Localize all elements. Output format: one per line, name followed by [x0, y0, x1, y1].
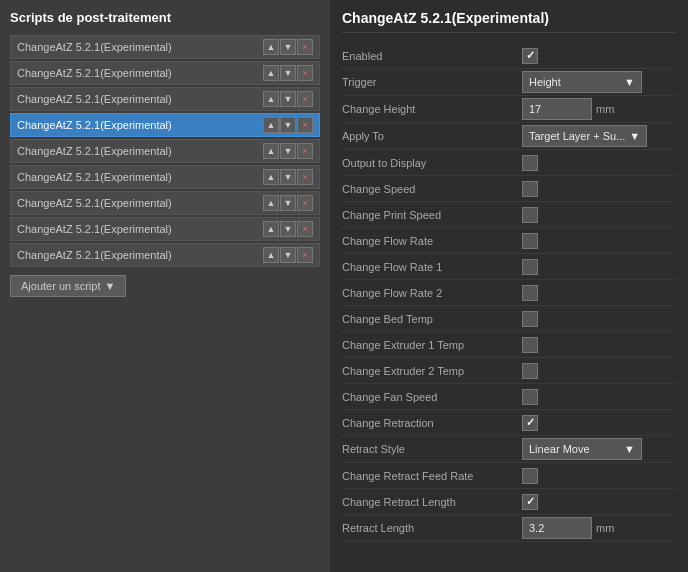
- script-item-remove-button[interactable]: ×: [297, 221, 313, 237]
- form-checkbox[interactable]: [522, 233, 538, 249]
- script-item[interactable]: ChangeAtZ 5.2.1(Experimental)▲▼×: [10, 243, 320, 267]
- form-row: Change Flow Rate: [342, 228, 676, 254]
- script-item-up-button[interactable]: ▲: [263, 195, 279, 211]
- form-row: Change Flow Rate 2: [342, 280, 676, 306]
- form-checkbox[interactable]: [522, 415, 538, 431]
- script-item-down-button[interactable]: ▼: [280, 117, 296, 133]
- unit-label: mm: [596, 103, 614, 115]
- form-row-label: Change Flow Rate 1: [342, 261, 522, 273]
- script-item-label: ChangeAtZ 5.2.1(Experimental): [17, 249, 263, 261]
- script-item-remove-button[interactable]: ×: [297, 65, 313, 81]
- form-row-control: [522, 181, 676, 197]
- script-item-up-button[interactable]: ▲: [263, 247, 279, 263]
- form-dropdown[interactable]: Height▼: [522, 71, 642, 93]
- script-item-remove-button[interactable]: ×: [297, 39, 313, 55]
- form-row: Change Speed: [342, 176, 676, 202]
- form-checkbox[interactable]: [522, 363, 538, 379]
- script-item-controls: ▲▼×: [263, 117, 313, 133]
- script-item-down-button[interactable]: ▼: [280, 195, 296, 211]
- form-row-label: Change Retraction: [342, 417, 522, 429]
- form-checkbox[interactable]: [522, 468, 538, 484]
- unit-label: mm: [596, 522, 614, 534]
- form-row: Change Extruder 2 Temp: [342, 358, 676, 384]
- script-item-label: ChangeAtZ 5.2.1(Experimental): [17, 171, 263, 183]
- form-checkbox[interactable]: [522, 337, 538, 353]
- form-row-label: Apply To: [342, 130, 522, 142]
- text-input-field[interactable]: [522, 517, 592, 539]
- form-row-control: mm: [522, 98, 676, 120]
- form-dropdown[interactable]: Linear Move▼: [522, 438, 642, 460]
- form-row-label: Change Retract Feed Rate: [342, 470, 522, 482]
- form-row: Change Bed Temp: [342, 306, 676, 332]
- script-item-up-button[interactable]: ▲: [263, 65, 279, 81]
- script-item-up-button[interactable]: ▲: [263, 143, 279, 159]
- text-unit-wrap: mm: [522, 517, 614, 539]
- script-item-remove-button[interactable]: ×: [297, 91, 313, 107]
- script-item-label: ChangeAtZ 5.2.1(Experimental): [17, 41, 263, 53]
- form-checkbox[interactable]: [522, 207, 538, 223]
- script-item-down-button[interactable]: ▼: [280, 221, 296, 237]
- form-row: Enabled: [342, 43, 676, 69]
- script-item-down-button[interactable]: ▼: [280, 247, 296, 263]
- form-row-control: [522, 468, 676, 484]
- form-checkbox[interactable]: [522, 494, 538, 510]
- script-item-up-button[interactable]: ▲: [263, 91, 279, 107]
- script-item-controls: ▲▼×: [263, 65, 313, 81]
- form-row: Change Retract Length: [342, 489, 676, 515]
- form-row-label: Retract Style: [342, 443, 522, 455]
- script-item-controls: ▲▼×: [263, 169, 313, 185]
- form-checkbox[interactable]: [522, 155, 538, 171]
- script-item[interactable]: ChangeAtZ 5.2.1(Experimental)▲▼×: [10, 217, 320, 241]
- script-item-up-button[interactable]: ▲: [263, 39, 279, 55]
- form-dropdown[interactable]: Target Layer + Su...▼: [522, 125, 647, 147]
- script-item-up-button[interactable]: ▲: [263, 169, 279, 185]
- form-row-control: [522, 233, 676, 249]
- script-item[interactable]: ChangeAtZ 5.2.1(Experimental)▲▼×: [10, 191, 320, 215]
- left-panel-title: Scripts de post-traitement: [10, 10, 320, 25]
- script-item[interactable]: ChangeAtZ 5.2.1(Experimental)▲▼×: [10, 61, 320, 85]
- script-item-remove-button[interactable]: ×: [297, 143, 313, 159]
- form-row: Change Flow Rate 1: [342, 254, 676, 280]
- form-row-control: [522, 389, 676, 405]
- script-item[interactable]: ChangeAtZ 5.2.1(Experimental)▲▼×: [10, 139, 320, 163]
- script-item-remove-button[interactable]: ×: [297, 247, 313, 263]
- script-item[interactable]: ChangeAtZ 5.2.1(Experimental)▲▼×: [10, 35, 320, 59]
- script-item-label: ChangeAtZ 5.2.1(Experimental): [17, 197, 263, 209]
- form-checkbox[interactable]: [522, 311, 538, 327]
- script-item-controls: ▲▼×: [263, 91, 313, 107]
- script-item[interactable]: ChangeAtZ 5.2.1(Experimental)▲▼×: [10, 113, 320, 137]
- script-item-up-button[interactable]: ▲: [263, 221, 279, 237]
- form-row-label: Change Flow Rate: [342, 235, 522, 247]
- script-item-remove-button[interactable]: ×: [297, 117, 313, 133]
- script-item-down-button[interactable]: ▼: [280, 91, 296, 107]
- form-row: Output to Display: [342, 150, 676, 176]
- script-item-up-button[interactable]: ▲: [263, 117, 279, 133]
- dropdown-arrow-icon: ▼: [624, 76, 635, 88]
- form-checkbox[interactable]: [522, 259, 538, 275]
- form-checkbox[interactable]: [522, 389, 538, 405]
- script-item-controls: ▲▼×: [263, 221, 313, 237]
- text-input-field[interactable]: [522, 98, 592, 120]
- form-checkbox[interactable]: [522, 181, 538, 197]
- script-item[interactable]: ChangeAtZ 5.2.1(Experimental)▲▼×: [10, 87, 320, 111]
- form-checkbox[interactable]: [522, 285, 538, 301]
- form-row: Apply ToTarget Layer + Su...▼: [342, 123, 676, 150]
- dropdown-value: Linear Move: [529, 443, 590, 455]
- script-item-down-button[interactable]: ▼: [280, 65, 296, 81]
- script-item[interactable]: ChangeAtZ 5.2.1(Experimental)▲▼×: [10, 165, 320, 189]
- form-row-control: [522, 494, 676, 510]
- script-item-down-button[interactable]: ▼: [280, 39, 296, 55]
- script-item-down-button[interactable]: ▼: [280, 169, 296, 185]
- form-row-control: [522, 415, 676, 431]
- form-row-control: Linear Move▼: [522, 438, 676, 460]
- left-panel: Scripts de post-traitement ChangeAtZ 5.2…: [0, 0, 330, 572]
- form-checkbox[interactable]: [522, 48, 538, 64]
- script-item-down-button[interactable]: ▼: [280, 143, 296, 159]
- script-item-remove-button[interactable]: ×: [297, 169, 313, 185]
- script-item-remove-button[interactable]: ×: [297, 195, 313, 211]
- form-row-label: Change Extruder 1 Temp: [342, 339, 522, 351]
- add-script-button[interactable]: Ajouter un script ▼: [10, 275, 126, 297]
- form-row-control: [522, 285, 676, 301]
- dropdown-arrow-icon: ▼: [629, 130, 640, 142]
- dropdown-value: Height: [529, 76, 561, 88]
